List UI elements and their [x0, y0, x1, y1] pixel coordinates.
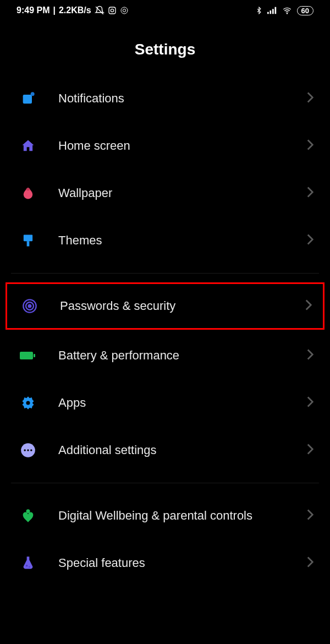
svg-point-22: [24, 449, 26, 451]
svg-point-9: [287, 13, 287, 14]
chevron-right-icon: [307, 234, 314, 248]
status-time: 9:49 PM: [16, 6, 50, 15]
settings-item-special-features[interactable]: Special features: [0, 539, 330, 587]
svg-point-27: [29, 566, 30, 567]
svg-point-12: [26, 188, 30, 191]
divider: [11, 483, 319, 483]
chevron-right-icon: [307, 396, 314, 410]
svg-rect-7: [272, 9, 274, 14]
svg-rect-14: [27, 241, 30, 246]
settings-item-digital-wellbeing[interactable]: Digital Wellbeing & parental controls: [0, 492, 330, 539]
svg-point-11: [31, 92, 35, 96]
apps-icon: [19, 394, 37, 412]
chevron-right-icon: [307, 444, 314, 457]
svg-rect-8: [274, 7, 276, 14]
settings-item-themes[interactable]: Themes: [0, 217, 330, 264]
chevron-right-icon: [307, 349, 314, 363]
chevron-right-icon: [307, 92, 314, 106]
instagram-icon: [108, 6, 117, 15]
chevron-right-icon: [307, 187, 314, 200]
wellbeing-icon: [19, 506, 37, 525]
flask-icon: [19, 554, 37, 572]
svg-point-26: [26, 565, 28, 567]
item-label: Notifications: [58, 91, 307, 107]
battery-indicator: 60: [297, 6, 314, 15]
item-label: Additional settings: [58, 443, 307, 459]
settings-item-notifications[interactable]: Notifications: [0, 75, 330, 122]
svg-point-3: [121, 7, 128, 14]
svg-rect-1: [109, 7, 116, 14]
item-label: Special features: [58, 555, 307, 571]
svg-point-2: [111, 9, 113, 12]
chevron-right-icon: [307, 509, 314, 523]
status-bar: 9:49 PM | 2.2KB/s: [0, 0, 330, 21]
settings-item-battery-performance[interactable]: Battery & performance: [0, 332, 330, 379]
item-label: Battery & performance: [58, 348, 307, 364]
svg-rect-18: [20, 352, 33, 359]
fingerprint-icon: [20, 297, 39, 315]
svg-rect-19: [34, 354, 35, 357]
settings-item-additional-settings[interactable]: Additional settings: [0, 427, 330, 474]
divider: [11, 273, 319, 274]
app-icon: [120, 6, 129, 15]
chevron-right-icon: [307, 556, 314, 570]
signal-icon: [267, 7, 277, 14]
settings-list: Notifications Home screen Wallpaper: [0, 75, 330, 587]
item-label: Home screen: [58, 138, 307, 154]
battery-icon: [19, 346, 37, 365]
notifications-icon: [19, 89, 37, 108]
settings-item-home-screen[interactable]: Home screen: [0, 122, 330, 170]
mute-icon: [95, 6, 105, 15]
svg-point-17: [29, 305, 31, 308]
item-label: Digital Wellbeing & parental controls: [58, 508, 307, 524]
svg-point-4: [123, 9, 125, 12]
status-left: 9:49 PM | 2.2KB/s: [16, 6, 129, 15]
svg-point-20: [26, 401, 30, 405]
page-title: Settings: [0, 21, 330, 75]
item-label: Apps: [58, 395, 307, 411]
svg-rect-13: [24, 235, 32, 242]
item-label: Wallpaper: [58, 185, 307, 201]
settings-item-passwords-security[interactable]: Passwords & security: [6, 282, 324, 330]
bluetooth-icon: [255, 6, 263, 15]
svg-rect-5: [267, 12, 269, 14]
chevron-right-icon: [307, 139, 314, 153]
chevron-right-icon: [305, 299, 312, 313]
svg-point-24: [30, 449, 32, 451]
status-speed: 2.2KB/s: [59, 6, 91, 15]
themes-icon: [19, 231, 37, 250]
svg-point-23: [27, 449, 29, 451]
svg-rect-10: [23, 95, 32, 103]
home-icon: [19, 137, 37, 155]
wallpaper-icon: [19, 184, 37, 203]
settings-item-apps[interactable]: Apps: [0, 379, 330, 427]
status-right: 60: [255, 6, 314, 15]
item-label: Themes: [58, 233, 307, 249]
more-icon: [19, 441, 37, 460]
settings-item-wallpaper[interactable]: Wallpaper: [0, 170, 330, 217]
wifi-icon: [282, 6, 293, 15]
svg-rect-6: [270, 10, 271, 14]
item-label: Passwords & security: [60, 298, 305, 314]
